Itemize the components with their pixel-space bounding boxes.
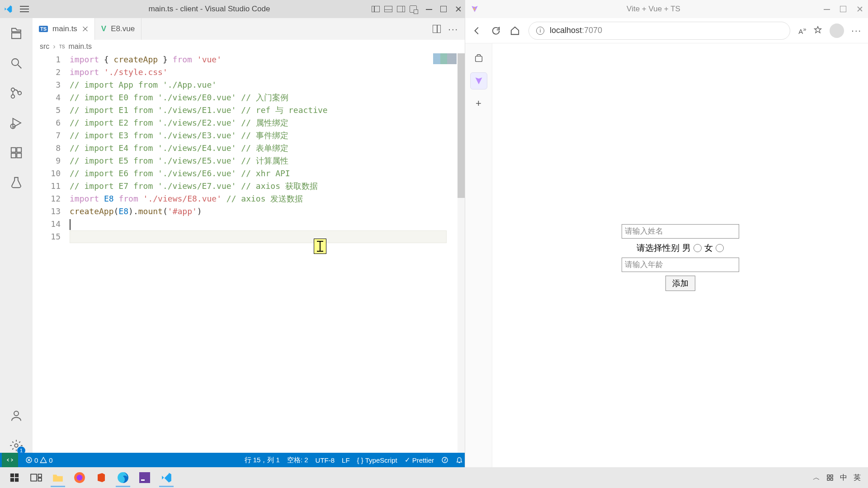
vite-logo-icon (471, 5, 479, 13)
svg-rect-27 (830, 475, 833, 477)
minimap[interactable] (433, 53, 457, 64)
sidebar-vite-icon[interactable] (470, 72, 487, 89)
customize-layout-icon[interactable] (410, 5, 417, 13)
sidebar-add-icon[interactable]: + (470, 95, 487, 112)
address-bar[interactable]: i localhost:7070 (528, 22, 790, 40)
office-icon[interactable] (90, 468, 112, 487)
feedback-icon[interactable] (441, 456, 448, 464)
male-radio[interactable] (693, 244, 702, 252)
svg-rect-8 (17, 153, 21, 158)
age-input[interactable] (622, 258, 739, 272)
prettier-status[interactable]: ✓ Prettier (405, 456, 434, 464)
problems-indicator[interactable]: 0 0 (25, 456, 53, 464)
svg-rect-13 (475, 56, 482, 61)
encoding[interactable]: UTF-8 (316, 456, 335, 464)
more-icon[interactable]: ··· (851, 25, 862, 36)
code-editor[interactable]: 123456789101112131415 import { createApp… (33, 53, 465, 453)
svg-rect-28 (827, 478, 830, 480)
close-icon[interactable] (455, 6, 461, 12)
tab-main-ts[interactable]: TS main.ts (33, 18, 95, 40)
more-actions-icon[interactable]: ··· (448, 24, 458, 34)
vue-icon: V (101, 24, 106, 33)
name-input[interactable] (622, 224, 739, 239)
ime-indicator-1[interactable]: 中 (840, 473, 847, 483)
svg-rect-24 (139, 472, 150, 483)
panel-bottom-icon[interactable] (384, 6, 392, 12)
account-icon[interactable] (9, 408, 24, 423)
explorer-icon[interactable] (9, 26, 24, 41)
remote-indicator[interactable] (2, 453, 18, 467)
maximize-icon[interactable] (840, 6, 846, 12)
svg-rect-18 (31, 474, 37, 481)
cursor-position[interactable]: 行 15，列 1 (245, 456, 280, 465)
eol[interactable]: LF (342, 456, 350, 464)
svg-rect-14 (10, 474, 14, 477)
menu-icon[interactable] (20, 6, 29, 12)
settings-icon[interactable]: 1 (9, 438, 24, 453)
language-mode[interactable]: { } TypeScript (357, 456, 397, 464)
breadcrumb[interactable]: src › TS main.ts (33, 40, 465, 53)
svg-point-22 (77, 475, 83, 481)
male-label: 男 (682, 242, 691, 254)
minimize-icon[interactable] (824, 6, 830, 12)
scrollbar[interactable] (458, 53, 465, 453)
minimize-icon[interactable] (426, 6, 432, 12)
svg-point-3 (18, 91, 22, 95)
edge-icon[interactable] (112, 468, 134, 487)
svg-rect-6 (17, 148, 21, 152)
submit-button[interactable]: 添加 (665, 276, 695, 291)
source-control-icon[interactable] (9, 86, 24, 100)
vscode-logo-icon (4, 5, 13, 14)
back-icon[interactable] (472, 25, 482, 36)
female-radio[interactable] (716, 244, 724, 252)
sidebar-toolbox-icon[interactable] (470, 50, 487, 67)
search-icon[interactable] (9, 56, 24, 70)
intellij-icon[interactable] (134, 468, 156, 487)
reload-icon[interactable] (491, 25, 501, 36)
tray-grid-icon[interactable] (826, 474, 834, 481)
firefox-icon[interactable] (69, 468, 90, 487)
tray-chevron-icon[interactable]: ︿ (813, 473, 820, 483)
system-tray[interactable]: ︿ 中 英 (813, 473, 864, 483)
windows-taskbar: ︿ 中 英 (0, 467, 868, 488)
debug-icon[interactable] (9, 116, 24, 130)
activity-bar: 1 (0, 18, 33, 453)
female-label: 女 (704, 242, 713, 254)
svg-rect-16 (10, 478, 14, 482)
browser-sidebar: + (465, 43, 492, 467)
text-cursor-icon (314, 239, 326, 254)
chevron-right-icon: › (53, 42, 55, 51)
file-explorer-icon[interactable] (47, 468, 69, 487)
task-view-icon[interactable] (25, 468, 47, 487)
ime-indicator-2[interactable]: 英 (854, 473, 861, 483)
tab-close-icon[interactable] (82, 26, 88, 32)
user-form: 请选择性别 男 女 添加 (622, 224, 739, 291)
browser-titlebar: Vite + Vue + TS (465, 0, 868, 18)
favorite-icon[interactable] (813, 25, 822, 36)
svg-rect-26 (827, 475, 830, 477)
status-bar: 0 0 行 15，列 1 空格: 2 UTF-8 LF { } TypeScri… (0, 453, 465, 467)
panel-left-icon[interactable] (372, 6, 380, 12)
start-button[interactable] (4, 468, 25, 487)
url-port: :7070 (582, 26, 602, 35)
read-aloud-icon[interactable]: A» (798, 26, 806, 35)
svg-rect-25 (141, 479, 145, 481)
site-info-icon[interactable]: i (536, 27, 544, 35)
typescript-icon: TS (39, 26, 48, 32)
home-icon[interactable] (509, 25, 520, 36)
gender-label: 请选择性别 (637, 242, 679, 254)
testing-icon[interactable] (9, 175, 24, 190)
bell-icon[interactable] (456, 456, 463, 464)
split-editor-icon[interactable] (433, 25, 441, 33)
extensions-icon[interactable] (9, 145, 24, 160)
tab-e8-vue[interactable]: V E8.vue (95, 18, 142, 40)
profile-icon[interactable] (830, 23, 844, 38)
maximize-icon[interactable] (440, 6, 447, 12)
vscode-taskbar-icon[interactable] (156, 468, 177, 487)
window-title: main.ts - client - Visual Studio Code (47, 5, 372, 14)
indentation[interactable]: 空格: 2 (287, 456, 308, 465)
close-icon[interactable] (856, 6, 863, 12)
svg-rect-15 (15, 474, 19, 477)
panel-right-icon[interactable] (397, 6, 405, 12)
page-content: 请选择性别 男 女 添加 (492, 43, 868, 467)
